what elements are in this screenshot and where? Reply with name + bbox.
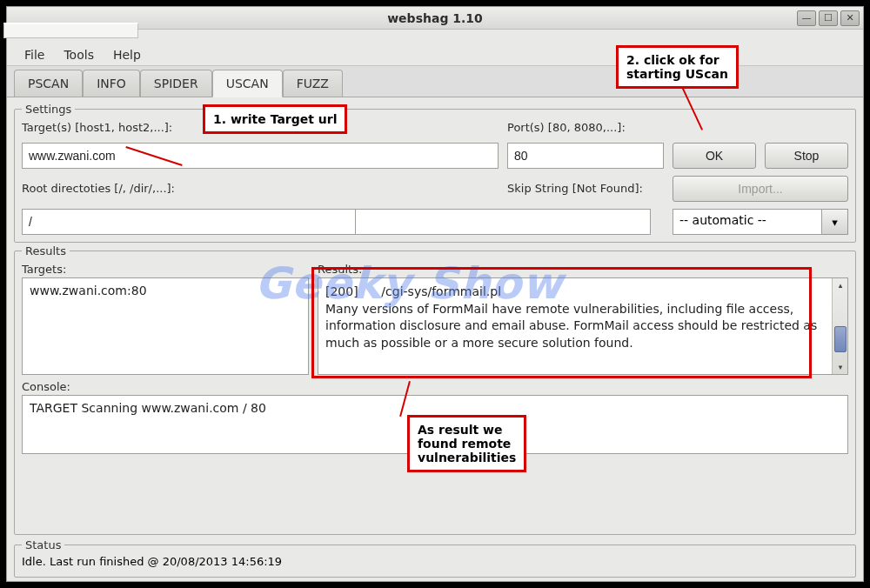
menu-tools[interactable]: Tools bbox=[55, 44, 103, 65]
tab-spider[interactable]: SPIDER bbox=[140, 70, 212, 97]
root-input[interactable] bbox=[22, 209, 361, 235]
result-code: [200] bbox=[325, 284, 358, 298]
menubar: File Tools Help bbox=[7, 42, 863, 66]
status-text: Idle. Last run finished @ 20/08/2013 14:… bbox=[22, 555, 848, 568]
results-scrollbar[interactable]: ▴ ▾ bbox=[832, 278, 847, 374]
stop-button[interactable]: Stop bbox=[765, 143, 848, 169]
root-label: Root directoties [/, /dir/,...]: bbox=[22, 182, 499, 195]
results-legend: Results bbox=[22, 244, 70, 257]
settings-fieldset: Settings Target(s) [host1, host2,...]: P… bbox=[14, 103, 856, 243]
console-line: TARGET Scanning www.zwani.com / 80 bbox=[30, 401, 840, 415]
targets-label: Target(s) [host1, host2,...]: bbox=[22, 121, 499, 134]
console-box[interactable]: TARGET Scanning www.zwani.com / 80 bbox=[22, 395, 848, 454]
mode-dropdown-button[interactable]: ▾ bbox=[822, 209, 848, 235]
skip-input[interactable] bbox=[355, 209, 651, 235]
settings-legend: Settings bbox=[22, 103, 75, 116]
ok-button[interactable]: OK bbox=[673, 143, 756, 169]
maximize-button[interactable]: ☐ bbox=[819, 10, 838, 26]
close-button[interactable]: ✕ bbox=[840, 10, 860, 26]
chevron-down-icon: ▾ bbox=[832, 216, 838, 229]
scroll-up-icon[interactable]: ▴ bbox=[833, 278, 848, 292]
targets-list-label: Targets: bbox=[22, 263, 309, 276]
ports-label: Port(s) [80, 8080,...]: bbox=[507, 121, 664, 134]
targets-list[interactable]: www.zwani.com:80 bbox=[22, 277, 309, 375]
menu-help[interactable]: Help bbox=[104, 44, 150, 65]
menu-file[interactable]: File bbox=[16, 44, 53, 65]
window-title: webshag 1.10 bbox=[387, 11, 483, 25]
blank-strip bbox=[3, 23, 138, 38]
tabstrip: PSCAN INFO SPIDER USCAN FUZZ bbox=[7, 66, 863, 97]
tab-pscan[interactable]: PSCAN bbox=[14, 70, 83, 97]
status-fieldset: Status Idle. Last run finished @ 20/08/2… bbox=[14, 538, 856, 578]
results-fieldset: Results Targets: www.zwani.com:80 Result… bbox=[14, 244, 856, 535]
scroll-thumb[interactable] bbox=[834, 326, 847, 352]
result-description: Many versions of FormMail have remote vu… bbox=[325, 301, 828, 352]
scroll-down-icon[interactable]: ▾ bbox=[833, 360, 848, 374]
console-label: Console: bbox=[22, 380, 848, 393]
status-legend: Status bbox=[22, 538, 64, 551]
tab-uscan[interactable]: USCAN bbox=[212, 70, 283, 97]
tab-fuzz[interactable]: FUZZ bbox=[283, 70, 343, 97]
minimize-button[interactable]: — bbox=[797, 10, 816, 26]
results-list-label: Results: bbox=[318, 263, 848, 276]
skip-label: Skip String [Not Found]: bbox=[507, 182, 664, 195]
tab-info[interactable]: INFO bbox=[83, 70, 140, 97]
targets-input[interactable] bbox=[22, 143, 499, 169]
mode-select[interactable]: -- automatic -- bbox=[673, 209, 822, 235]
results-list[interactable]: [200] /cgi-sys/formmail.pl Many versions… bbox=[318, 277, 848, 375]
import-button[interactable]: Import... bbox=[673, 176, 848, 202]
result-path: /cgi-sys/formmail.pl bbox=[381, 284, 501, 298]
target-item[interactable]: www.zwani.com:80 bbox=[30, 284, 301, 297]
ports-input[interactable] bbox=[507, 143, 664, 169]
